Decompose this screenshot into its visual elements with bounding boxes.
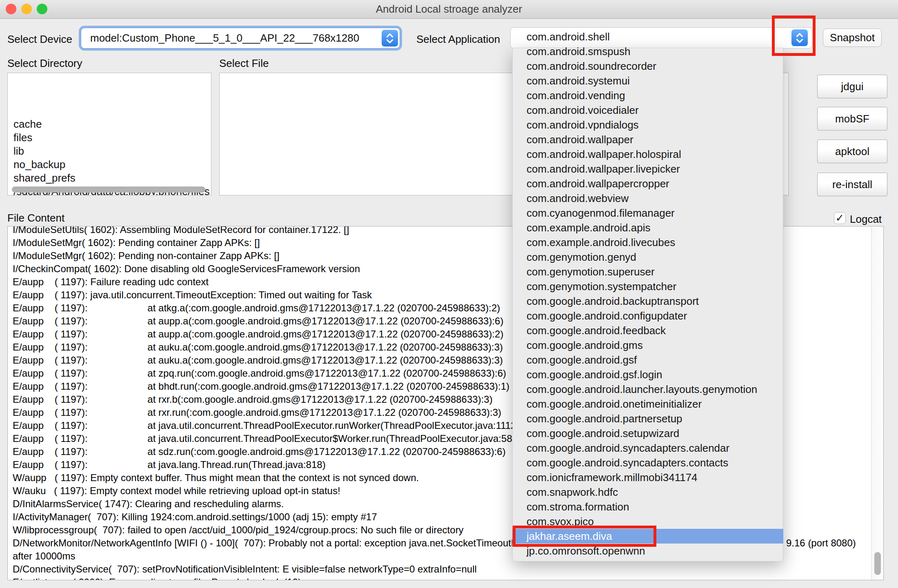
- popup-item[interactable]: com.android.wallpaper.livepicker: [512, 162, 783, 176]
- popup-item[interactable]: com.android.systemui: [512, 73, 783, 88]
- device-combobox-value: model:Custom_Phone___5_1_0___API_22___76…: [90, 28, 359, 48]
- file-content-label: File Content: [7, 212, 64, 224]
- popup-item[interactable]: com.genymotion.genyd: [512, 250, 783, 264]
- popup-item[interactable]: com.google.android.launcher.layouts.geny…: [512, 382, 783, 397]
- directory-list-item[interactable]: no_backup: [13, 158, 210, 171]
- jdgui-button[interactable]: jdgui: [817, 75, 887, 98]
- popup-item[interactable]: com.google.android.onetimeinitializer: [512, 397, 783, 411]
- log-line: E/netlistener ( 2000): Error reading tra…: [13, 576, 631, 580]
- popup-item[interactable]: com.ionicframework.millmobi341174: [512, 470, 783, 485]
- popup-item[interactable]: com.android.vpndialogs: [512, 118, 783, 132]
- application-popup-menu[interactable]: com.android.shellcom.android.smspushcom.…: [512, 24, 783, 561]
- popup-item[interactable]: com.genymotion.superuser: [512, 264, 783, 279]
- checkmark-icon: ✓: [834, 213, 845, 224]
- popup-item[interactable]: com.google.android.feedback: [512, 323, 783, 338]
- directory-list-item[interactable]: files: [13, 131, 210, 144]
- popup-item[interactable]: com.google.android.gsf.login: [512, 367, 783, 382]
- popup-item[interactable]: com.google.android.gms: [512, 338, 783, 353]
- apktool-button[interactable]: apktool: [817, 140, 887, 163]
- select-device-label: Select Device: [7, 33, 72, 46]
- stepper-up-down-icon[interactable]: [382, 30, 398, 47]
- vertical-scrollbar-track[interactable]: [871, 226, 883, 580]
- popup-item[interactable]: com.android.wallpaper.holospiral: [512, 147, 783, 162]
- popup-item[interactable]: com.example.android.livecubes: [512, 235, 783, 250]
- window-titlebar: Android Local stroage analyzer: [0, 0, 898, 19]
- popup-item[interactable]: com.android.vending: [512, 88, 783, 103]
- popup-item[interactable]: com.android.voicedialer: [512, 103, 783, 118]
- popup-item[interactable]: com.android.wallpaper: [512, 132, 783, 147]
- popup-item[interactable]: com.stroma.formation: [512, 499, 783, 514]
- reinstall-button[interactable]: re-install: [817, 173, 887, 196]
- annotation-box-stepper: [772, 16, 816, 56]
- directory-list-item[interactable]: cache: [13, 118, 210, 131]
- popup-item[interactable]: com.google.android.syncadapters.contacts: [512, 455, 783, 470]
- log-line: D/ConnectivityService( 707): setProvNoti…: [13, 563, 631, 576]
- popup-item[interactable]: com.cyanogenmod.filemanager: [512, 206, 783, 220]
- popup-item[interactable]: com.android.webview: [512, 191, 783, 206]
- popup-item[interactable]: com.google.android.setupwizard: [512, 426, 783, 441]
- horizontal-scrollbar[interactable]: [12, 186, 205, 193]
- vertical-scrollbar-thumb[interactable]: [874, 552, 881, 575]
- popup-item[interactable]: com.android.soundrecorder: [512, 59, 783, 73]
- directory-list-item[interactable]: lib: [13, 144, 210, 158]
- mobsf-button[interactable]: mobSF: [817, 107, 887, 131]
- logcat-label: Logcat: [850, 213, 882, 226]
- select-file-label: Select File: [219, 57, 269, 70]
- popup-item[interactable]: com.google.android.gsf: [512, 353, 783, 367]
- popup-item[interactable]: com.genymotion.systempatcher: [512, 279, 783, 294]
- popup-item[interactable]: com.android.smspush: [512, 44, 783, 59]
- annotation-box-selected-app: [513, 526, 656, 547]
- popup-item[interactable]: com.snapwork.hdfc: [512, 485, 783, 499]
- log-line-overflow-tail: 9.16 (port 8080): [786, 537, 856, 550]
- popup-item[interactable]: com.google.android.configupdater: [512, 308, 783, 323]
- popup-item[interactable]: com.android.wallpapercropper: [512, 176, 783, 191]
- device-combobox[interactable]: model:Custom_Phone___5_1_0___API_22___76…: [81, 28, 400, 49]
- snapshot-button[interactable]: Snapshot: [823, 29, 882, 47]
- popup-item[interactable]: com.google.android.backuptransport: [512, 294, 783, 308]
- popup-item[interactable]: com.google.android.syncadapters.calendar: [512, 441, 783, 455]
- directory-list-item[interactable]: shared_prefs: [13, 171, 210, 185]
- popup-item[interactable]: com.example.android.apis: [512, 220, 783, 235]
- logcat-checkbox[interactable]: ✓: [834, 212, 846, 224]
- select-directory-label: Select Directory: [7, 57, 82, 70]
- popup-item[interactable]: com.google.android.partnersetup: [512, 411, 783, 426]
- popup-item[interactable]: com.android.shell: [512, 29, 783, 44]
- directory-listbox[interactable]: cachefileslibno_backupshared_prefs/sdcar…: [7, 73, 211, 195]
- select-application-label: Select Application: [416, 33, 500, 46]
- window-title: Android Local stroage analyzer: [0, 0, 898, 18]
